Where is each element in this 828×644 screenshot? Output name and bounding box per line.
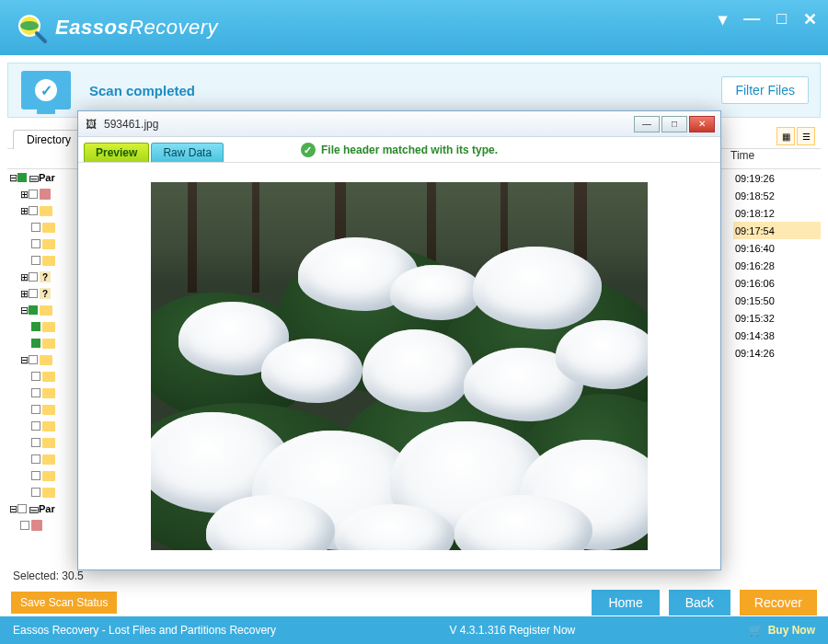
column-time[interactable]: Time xyxy=(730,149,813,162)
table-row[interactable]: 09:18:52 xyxy=(733,187,821,204)
status-banner: Scan completed Filter Files xyxy=(7,63,821,118)
save-scan-status-button[interactable]: Save Scan Status xyxy=(11,592,117,614)
footer-version[interactable]: V 4.3.1.316 Register Now xyxy=(276,624,749,637)
scan-status-text: Scan completed xyxy=(89,83,195,98)
footer-tagline: Eassos Recovery - Lost Files and Partiti… xyxy=(13,624,276,637)
table-row[interactable]: 09:16:28 xyxy=(733,257,821,274)
dialog-close-button[interactable]: ✕ xyxy=(689,116,715,132)
main-window: EassosRecovery ▾ — □ ✕ Scan completed Fi… xyxy=(0,0,828,644)
table-row[interactable]: 09:17:54 xyxy=(733,222,821,239)
dialog-title-bar[interactable]: 🖼 593461.jpg — □ ✕ xyxy=(78,111,720,137)
table-row[interactable]: 09:18:12 xyxy=(733,204,821,222)
header-match-message: ✓ File header matched with its type. xyxy=(301,143,498,157)
preview-image xyxy=(151,182,648,550)
minimize-button[interactable]: — xyxy=(743,9,760,29)
selected-count: Selected: 30.5 xyxy=(13,569,84,582)
buy-now-link[interactable]: 🛒 Buy Now xyxy=(749,624,815,637)
dialog-tabs: Preview Raw Data ✓ File header matched w… xyxy=(78,137,720,163)
monitor-icon xyxy=(21,71,71,109)
svg-line-1 xyxy=(37,33,45,41)
success-icon: ✓ xyxy=(301,143,316,157)
view-toggle: ▦ ☰ xyxy=(776,127,815,145)
table-row[interactable]: 09:16:06 xyxy=(733,274,821,292)
view-thumbnails-icon[interactable]: ▦ xyxy=(776,127,795,145)
match-text: File header matched with its type. xyxy=(321,144,498,156)
tab-preview[interactable]: Preview xyxy=(84,143,149,162)
preview-dialog: 🖼 593461.jpg — □ ✕ Preview Raw Data ✓ Fi… xyxy=(77,110,721,570)
tree-root[interactable]: Par xyxy=(39,172,55,183)
filter-files-button[interactable]: Filter Files xyxy=(721,76,809,104)
logo-icon xyxy=(15,11,48,44)
maximize-button[interactable]: □ xyxy=(776,9,787,29)
app-title: EassosRecovery xyxy=(55,16,218,40)
window-controls: ▾ — □ ✕ xyxy=(719,9,817,29)
dialog-maximize-button[interactable]: □ xyxy=(661,116,687,132)
directory-tree[interactable]: ⊟🖴 Par ⊞ ⊞ ⊞? ⊞? ⊟ ⊟ ⊟🖴 Par xyxy=(7,169,81,563)
app-title-light: Recovery xyxy=(129,16,218,39)
app-logo: EassosRecovery xyxy=(15,11,218,44)
app-title-bold: Eassos xyxy=(55,16,129,39)
dialog-title: 593461.jpg xyxy=(104,118,158,131)
tab-raw-data[interactable]: Raw Data xyxy=(151,143,224,162)
check-icon xyxy=(35,79,57,101)
table-row[interactable]: 09:14:26 xyxy=(733,344,821,362)
close-button[interactable]: ✕ xyxy=(803,9,817,29)
back-button[interactable]: Back xyxy=(669,590,730,615)
image-file-icon: 🖼 xyxy=(84,117,98,132)
bottom-bar: Save Scan Status Home Back Recover xyxy=(0,589,828,616)
file-list[interactable]: 09:19:2609:18:5209:18:1209:17:5409:16:40… xyxy=(733,169,821,563)
preview-body xyxy=(78,163,720,569)
table-row[interactable]: 09:19:26 xyxy=(733,169,821,187)
view-list-icon[interactable]: ☰ xyxy=(797,127,815,145)
table-row[interactable]: 09:15:32 xyxy=(733,309,821,327)
recover-button[interactable]: Recover xyxy=(740,590,817,615)
table-row[interactable]: 09:16:40 xyxy=(733,239,821,257)
unknown-icon: ? xyxy=(40,271,51,282)
menu-icon[interactable]: ▾ xyxy=(719,9,727,29)
title-bar: EassosRecovery ▾ — □ ✕ xyxy=(0,0,828,55)
cart-icon: 🛒 xyxy=(749,624,763,637)
tree-root-2[interactable]: Par xyxy=(39,503,55,514)
table-row[interactable]: 09:15:50 xyxy=(733,292,821,309)
dialog-minimize-button[interactable]: — xyxy=(634,116,660,132)
trash-icon xyxy=(40,189,51,200)
table-row[interactable]: 09:14:38 xyxy=(733,327,821,344)
folder-icon xyxy=(40,206,52,216)
footer: Eassos Recovery - Lost Files and Partiti… xyxy=(0,616,828,644)
tab-directory[interactable]: Directory xyxy=(13,130,85,149)
buy-now-label: Buy Now xyxy=(768,624,815,637)
home-button[interactable]: Home xyxy=(592,590,659,615)
